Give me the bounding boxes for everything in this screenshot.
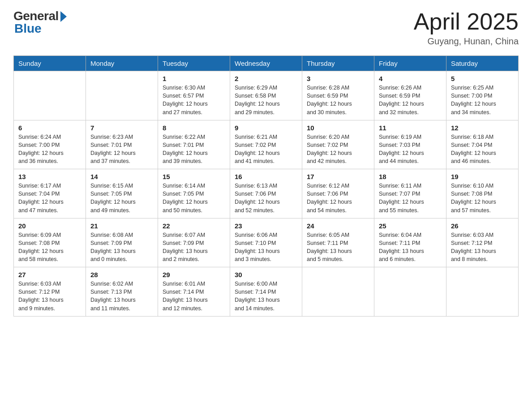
day-number: 18: [379, 173, 442, 180]
day-info: Sunrise: 6:07 AMSunset: 7:09 PMDaylight:…: [163, 231, 225, 264]
day-info: Sunrise: 6:29 AMSunset: 6:58 PMDaylight:…: [235, 84, 297, 116]
day-info: Sunrise: 6:15 AMSunset: 7:05 PMDaylight:…: [90, 182, 153, 214]
calendar-cell: 14Sunrise: 6:15 AMSunset: 7:05 PMDayligh…: [86, 169, 158, 218]
calendar-cell: 18Sunrise: 6:11 AMSunset: 7:07 PMDayligh…: [374, 169, 446, 218]
calendar-cell: 1Sunrise: 6:30 AMSunset: 6:57 PMDaylight…: [158, 71, 230, 120]
calendar-header-row: SundayMondayTuesdayWednesdayThursdayFrid…: [14, 56, 519, 71]
day-info: Sunrise: 6:24 AMSunset: 7:00 PMDaylight:…: [18, 133, 81, 166]
calendar-cell: 30Sunrise: 6:00 AMSunset: 7:14 PMDayligh…: [230, 267, 302, 317]
calendar-cell: 27Sunrise: 6:03 AMSunset: 7:12 PMDayligh…: [14, 267, 86, 317]
day-number: 1: [163, 75, 225, 82]
day-number: 24: [307, 222, 369, 230]
day-number: 25: [379, 222, 442, 230]
calendar-cell: [86, 71, 158, 120]
logo: General Blue: [13, 9, 67, 36]
day-number: 13: [18, 173, 81, 180]
calendar-cell: [302, 267, 374, 317]
calendar-cell: [446, 267, 519, 317]
calendar-week-row: 13Sunrise: 6:17 AMSunset: 7:04 PMDayligh…: [14, 169, 519, 218]
day-info: Sunrise: 6:18 AMSunset: 7:04 PMDaylight:…: [451, 133, 514, 166]
day-number: 12: [451, 124, 514, 132]
calendar-week-row: 20Sunrise: 6:09 AMSunset: 7:08 PMDayligh…: [14, 218, 519, 267]
day-info: Sunrise: 6:17 AMSunset: 7:04 PMDaylight:…: [18, 182, 81, 214]
calendar-header-tuesday: Tuesday: [158, 56, 230, 71]
calendar-week-row: 6Sunrise: 6:24 AMSunset: 7:00 PMDaylight…: [14, 120, 519, 169]
day-number: 7: [90, 124, 153, 132]
calendar-cell: 7Sunrise: 6:23 AMSunset: 7:01 PMDaylight…: [86, 120, 158, 169]
calendar-week-row: 27Sunrise: 6:03 AMSunset: 7:12 PMDayligh…: [14, 267, 519, 317]
calendar-header-sunday: Sunday: [14, 56, 86, 71]
calendar-cell: 28Sunrise: 6:02 AMSunset: 7:13 PMDayligh…: [86, 267, 158, 317]
day-info: Sunrise: 6:23 AMSunset: 7:01 PMDaylight:…: [90, 133, 153, 166]
day-number: 4: [379, 75, 442, 82]
calendar-cell: 25Sunrise: 6:04 AMSunset: 7:11 PMDayligh…: [374, 218, 446, 267]
calendar-header-friday: Friday: [374, 56, 446, 71]
day-info: Sunrise: 6:13 AMSunset: 7:06 PMDaylight:…: [235, 182, 297, 214]
day-info: Sunrise: 6:03 AMSunset: 7:12 PMDaylight:…: [18, 280, 81, 313]
day-info: Sunrise: 6:09 AMSunset: 7:08 PMDaylight:…: [18, 231, 81, 264]
calendar-cell: 2Sunrise: 6:29 AMSunset: 6:58 PMDaylight…: [230, 71, 302, 120]
day-info: Sunrise: 6:28 AMSunset: 6:59 PMDaylight:…: [307, 84, 369, 116]
calendar-cell: 21Sunrise: 6:08 AMSunset: 7:09 PMDayligh…: [86, 218, 158, 267]
day-number: 8: [163, 124, 225, 132]
logo-blue-text: Blue: [14, 21, 42, 36]
day-number: 15: [163, 173, 225, 180]
day-number: 5: [451, 75, 514, 82]
day-info: Sunrise: 6:04 AMSunset: 7:11 PMDaylight:…: [379, 231, 442, 264]
calendar-table: SundayMondayTuesdayWednesdayThursdayFrid…: [13, 56, 519, 317]
day-info: Sunrise: 6:06 AMSunset: 7:10 PMDaylight:…: [235, 231, 297, 264]
day-number: 3: [307, 75, 369, 82]
day-number: 22: [163, 222, 225, 230]
calendar-cell: 3Sunrise: 6:28 AMSunset: 6:59 PMDaylight…: [302, 71, 374, 120]
calendar-cell: 17Sunrise: 6:12 AMSunset: 7:06 PMDayligh…: [302, 169, 374, 218]
calendar-cell: [14, 71, 86, 120]
day-number: 2: [235, 75, 297, 82]
day-info: Sunrise: 6:14 AMSunset: 7:05 PMDaylight:…: [163, 182, 225, 214]
calendar-cell: [374, 267, 446, 317]
calendar-cell: 24Sunrise: 6:05 AMSunset: 7:11 PMDayligh…: [302, 218, 374, 267]
day-info: Sunrise: 6:11 AMSunset: 7:07 PMDaylight:…: [379, 182, 442, 214]
day-number: 30: [235, 271, 297, 278]
day-info: Sunrise: 6:26 AMSunset: 6:59 PMDaylight:…: [379, 84, 442, 116]
day-number: 9: [235, 124, 297, 132]
day-info: Sunrise: 6:01 AMSunset: 7:14 PMDaylight:…: [163, 280, 225, 313]
calendar-header-wednesday: Wednesday: [230, 56, 302, 71]
title-area: April 2025 Guyang, Hunan, China: [414, 9, 519, 47]
calendar-cell: 15Sunrise: 6:14 AMSunset: 7:05 PMDayligh…: [158, 169, 230, 218]
day-info: Sunrise: 6:25 AMSunset: 7:00 PMDaylight:…: [451, 84, 514, 116]
month-year-title: April 2025: [414, 9, 519, 34]
calendar-cell: 10Sunrise: 6:20 AMSunset: 7:02 PMDayligh…: [302, 120, 374, 169]
day-info: Sunrise: 6:03 AMSunset: 7:12 PMDaylight:…: [451, 231, 514, 264]
calendar-cell: 13Sunrise: 6:17 AMSunset: 7:04 PMDayligh…: [14, 169, 86, 218]
day-number: 10: [307, 124, 369, 132]
calendar-cell: 29Sunrise: 6:01 AMSunset: 7:14 PMDayligh…: [158, 267, 230, 317]
day-number: 6: [18, 124, 81, 132]
calendar-cell: 8Sunrise: 6:22 AMSunset: 7:01 PMDaylight…: [158, 120, 230, 169]
day-info: Sunrise: 6:02 AMSunset: 7:13 PMDaylight:…: [90, 280, 153, 313]
logo-arrow-icon: [60, 11, 67, 22]
day-info: Sunrise: 6:00 AMSunset: 7:14 PMDaylight:…: [235, 280, 297, 313]
day-info: Sunrise: 6:05 AMSunset: 7:11 PMDaylight:…: [307, 231, 369, 264]
calendar-cell: 5Sunrise: 6:25 AMSunset: 7:00 PMDaylight…: [446, 71, 519, 120]
day-number: 29: [163, 271, 225, 278]
day-number: 21: [90, 222, 153, 230]
calendar-cell: 20Sunrise: 6:09 AMSunset: 7:08 PMDayligh…: [14, 218, 86, 267]
day-number: 26: [451, 222, 514, 230]
day-info: Sunrise: 6:10 AMSunset: 7:08 PMDaylight:…: [451, 182, 514, 214]
calendar-cell: 6Sunrise: 6:24 AMSunset: 7:00 PMDaylight…: [14, 120, 86, 169]
day-info: Sunrise: 6:30 AMSunset: 6:57 PMDaylight:…: [163, 84, 225, 116]
day-number: 14: [90, 173, 153, 180]
calendar-cell: 26Sunrise: 6:03 AMSunset: 7:12 PMDayligh…: [446, 218, 519, 267]
calendar-header-thursday: Thursday: [302, 56, 374, 71]
calendar-cell: 19Sunrise: 6:10 AMSunset: 7:08 PMDayligh…: [446, 169, 519, 218]
day-number: 17: [307, 173, 369, 180]
day-number: 11: [379, 124, 442, 132]
calendar-header-saturday: Saturday: [446, 56, 519, 71]
calendar-cell: 16Sunrise: 6:13 AMSunset: 7:06 PMDayligh…: [230, 169, 302, 218]
day-number: 16: [235, 173, 297, 180]
calendar-week-row: 1Sunrise: 6:30 AMSunset: 6:57 PMDaylight…: [14, 71, 519, 120]
location-subtitle: Guyang, Hunan, China: [414, 36, 519, 47]
calendar-cell: 4Sunrise: 6:26 AMSunset: 6:59 PMDaylight…: [374, 71, 446, 120]
day-info: Sunrise: 6:22 AMSunset: 7:01 PMDaylight:…: [163, 133, 225, 166]
day-number: 27: [18, 271, 81, 278]
